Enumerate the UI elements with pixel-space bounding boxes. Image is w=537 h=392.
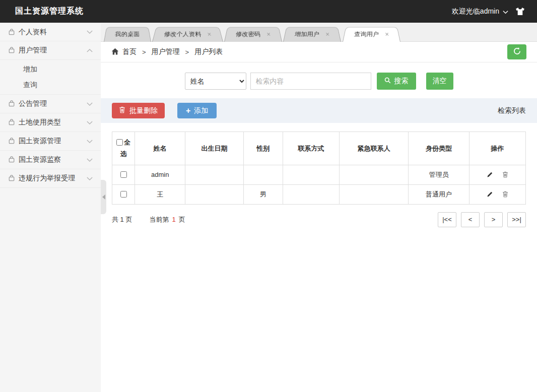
- breadcrumb-user-list: 用户列表: [194, 47, 223, 56]
- search-input[interactable]: [250, 73, 371, 90]
- chevron-down-icon: [503, 8, 508, 16]
- header-actions: 操作: [469, 132, 525, 165]
- sidebar-item-label: 公告管理: [19, 99, 47, 108]
- sidebar: 个人资料 用户管理 增加 查询 公告管理 土地使用类型: [0, 23, 101, 392]
- sidebar-item-label: 违规行为举报受理: [19, 174, 75, 183]
- chevron-down-icon: [87, 102, 93, 106]
- tab-label: 修改密码: [235, 30, 261, 38]
- search-button-label: 搜索: [394, 77, 409, 86]
- close-tab-icon[interactable]: ×: [384, 31, 389, 37]
- delete-icon[interactable]: [502, 191, 508, 198]
- breadcrumb-user-management[interactable]: 用户管理: [152, 47, 180, 56]
- sidebar-collapse-handle[interactable]: [101, 180, 106, 214]
- next-page-button[interactable]: >: [484, 212, 503, 227]
- trash-icon: [119, 106, 125, 115]
- batch-delete-label: 批量删除: [129, 106, 158, 115]
- cell-identity-type: 管理员: [409, 165, 469, 184]
- collapse-arrow-icon: [102, 194, 105, 200]
- header-gender: 性别: [243, 132, 283, 165]
- delete-icon[interactable]: [502, 171, 508, 178]
- cell-gender: 男: [243, 184, 283, 204]
- tab-change-password[interactable]: 修改密码 ×: [224, 27, 282, 42]
- pagination-buttons: |<< < > >>|: [438, 212, 526, 227]
- sidebar-item-user-management[interactable]: 用户管理: [0, 41, 101, 60]
- cell-contact: [283, 184, 339, 204]
- breadcrumb: 首页 > 用户管理 > 用户列表: [101, 42, 537, 62]
- chevron-down-icon: [87, 120, 93, 125]
- toolbar: 批量删除 + 添加 检索列表: [101, 98, 537, 123]
- select-all-checkbox[interactable]: [116, 139, 123, 146]
- edit-icon[interactable]: [487, 191, 493, 198]
- plus-icon: +: [186, 107, 190, 115]
- first-page-button[interactable]: |<<: [438, 212, 456, 227]
- search-button[interactable]: 搜索: [377, 73, 416, 90]
- add-button-label: 添加: [194, 106, 208, 115]
- add-button[interactable]: + 添加: [177, 103, 217, 118]
- header-birth-date: 出生日期: [185, 132, 243, 165]
- app-title: 国土资源管理系统: [15, 6, 84, 17]
- tab-query-user[interactable]: 查询用户 ×: [343, 27, 400, 42]
- search-field-select[interactable]: 姓名: [185, 73, 246, 90]
- sidebar-item-announcements[interactable]: 公告管理: [0, 95, 101, 113]
- breadcrumb-home[interactable]: 首页: [111, 47, 137, 56]
- select-all-control: 全选: [116, 139, 130, 158]
- edit-icon[interactable]: [487, 171, 493, 178]
- close-tab-icon[interactable]: ×: [266, 31, 271, 37]
- search-row: 姓名 搜索 清空: [101, 62, 537, 98]
- sidebar-subitem-add[interactable]: 增加: [0, 61, 101, 77]
- clear-button[interactable]: 清空: [426, 73, 453, 90]
- tabbar: 我的桌面 修改个人资料 × 修改密码 × 增加用户 × 查询用户 ×: [101, 23, 537, 42]
- cell-gender: [243, 165, 283, 184]
- tab-edit-profile[interactable]: 修改个人资料 ×: [152, 27, 223, 42]
- topbar-right: 欢迎光临admin: [452, 7, 525, 16]
- theme-shirt-icon[interactable]: [515, 7, 525, 16]
- chevron-down-icon: [87, 139, 93, 144]
- batch-delete-button[interactable]: 批量删除: [112, 103, 165, 118]
- table-row: admin 管理员: [112, 165, 526, 184]
- sidebar-item-land-resource-supervision[interactable]: 国土资源监察: [0, 151, 101, 169]
- close-tab-icon[interactable]: ×: [207, 31, 212, 37]
- header-contact: 联系方式: [283, 132, 339, 165]
- bag-icon: [8, 29, 15, 36]
- sidebar-item-label: 个人资料: [19, 28, 47, 37]
- row-checkbox[interactable]: [120, 191, 127, 198]
- tab-my-desktop[interactable]: 我的桌面: [104, 27, 151, 42]
- cell-name: 王: [135, 184, 185, 204]
- refresh-button[interactable]: [507, 44, 526, 59]
- current-page-number: 1: [172, 216, 175, 223]
- breadcrumb-separator: >: [142, 48, 146, 56]
- header-name: 姓名: [135, 132, 185, 165]
- cell-birth-date: [185, 165, 243, 184]
- row-checkbox[interactable]: [120, 171, 127, 178]
- tab-add-user[interactable]: 增加用户 ×: [283, 27, 341, 42]
- last-page-button[interactable]: >>|: [507, 212, 526, 227]
- user-menu[interactable]: 欢迎光临admin: [452, 7, 508, 16]
- chevron-up-icon: [87, 48, 93, 53]
- sidebar-item-violation-reports[interactable]: 违规行为举报受理: [0, 169, 101, 188]
- layout: 个人资料 用户管理 增加 查询 公告管理 土地使用类型: [0, 23, 537, 392]
- app-title-text: 国土资源管理系统: [15, 7, 84, 15]
- sidebar-item-land-use-types[interactable]: 土地使用类型: [0, 113, 101, 132]
- total-pages-text: 共 1 页: [112, 215, 132, 224]
- sidebar-item-label: 土地使用类型: [19, 118, 61, 127]
- table-row: 王 男 普通用户: [112, 184, 526, 204]
- cell-birth-date: [185, 184, 243, 204]
- chevron-down-icon: [87, 30, 93, 34]
- sidebar-item-land-resource-management[interactable]: 国土资源管理: [0, 132, 101, 151]
- close-tab-icon[interactable]: ×: [325, 31, 330, 37]
- main-content: 我的桌面 修改个人资料 × 修改密码 × 增加用户 × 查询用户 ×: [101, 23, 537, 392]
- header-identity-type: 身份类型: [409, 132, 469, 165]
- sidebar-subitem-query[interactable]: 查询: [0, 77, 101, 93]
- cell-actions: [469, 165, 525, 184]
- tab-label: 我的桌面: [115, 30, 141, 38]
- prev-page-button[interactable]: <: [461, 212, 480, 227]
- cell-emergency-contact: [340, 165, 409, 184]
- sidebar-subitem-label: 查询: [23, 81, 37, 90]
- sidebar-item-label: 国土资源监察: [19, 155, 61, 164]
- header-select-all: 全选: [112, 132, 135, 165]
- user-table-container: 全选 姓名 出生日期 性别 联系方式 紧急联系人 身份类型 操作 admin: [101, 123, 537, 205]
- sidebar-item-label: 国土资源管理: [19, 137, 61, 146]
- clear-button-label: 清空: [433, 77, 447, 86]
- sidebar-item-personal-info[interactable]: 个人资料: [0, 23, 101, 41]
- table-header-row: 全选 姓名 出生日期 性别 联系方式 紧急联系人 身份类型 操作: [112, 132, 526, 165]
